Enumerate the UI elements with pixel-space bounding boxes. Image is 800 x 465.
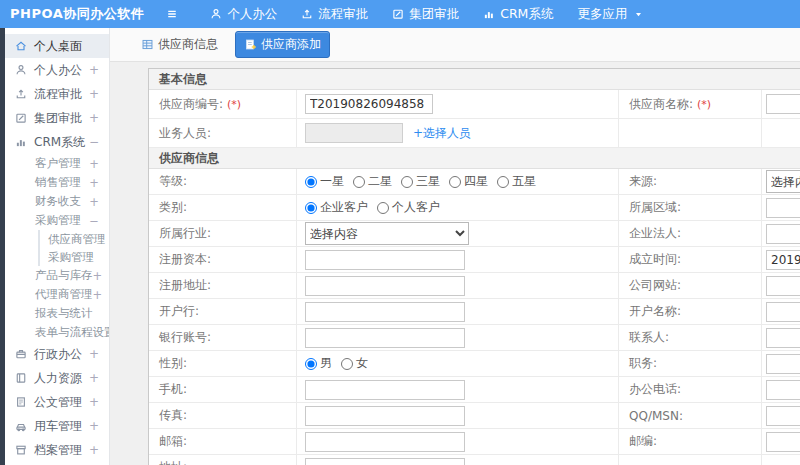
field-cell — [297, 273, 619, 298]
sales-person-picker-link[interactable]: +选择人员 — [413, 125, 471, 142]
sidebar-subitem-form-flow-setup[interactable]: 表单与流程设置+ — [5, 323, 109, 342]
top-nav-group-approval[interactable]: 集团审批 — [392, 6, 459, 23]
level-option[interactable]: 二星 — [353, 173, 392, 190]
level-option[interactable]: 四星 — [449, 173, 488, 190]
field-label: 等级: — [149, 169, 297, 194]
gender-radio[interactable] — [305, 358, 317, 370]
tab-supplier-add[interactable]: 供应商添加 — [235, 31, 330, 58]
registered-capital-input[interactable] — [305, 250, 465, 270]
category-option[interactable]: 企业客户 — [305, 199, 368, 216]
field-cell — [297, 377, 619, 402]
field-label: 所属区域: — [619, 195, 762, 220]
sidebar-subitem-supplier-mgmt[interactable]: 供应商管理 — [38, 230, 109, 248]
contact-input[interactable] — [766, 328, 800, 348]
expand-indicator: + — [89, 87, 99, 101]
top-nav-more-apps[interactable]: 更多应用 — [577, 6, 643, 23]
level-radio[interactable] — [305, 176, 317, 188]
top-nav-label: 个人办公 — [227, 6, 277, 23]
website-input[interactable] — [766, 276, 800, 296]
sidebar-subitem-sales-mgmt[interactable]: 销售管理+ — [5, 173, 109, 192]
field-label: 办公电话: — [619, 377, 762, 402]
registered-address-input[interactable] — [305, 276, 465, 296]
field-cell — [762, 403, 800, 428]
form-row: 传真:QQ/MSN: — [149, 403, 800, 429]
sidebar-subitem-finance[interactable]: 财务收支+ — [5, 192, 109, 211]
level-radio[interactable] — [353, 176, 365, 188]
sidebar-subitem-label: 代理商管理 — [35, 287, 93, 302]
sales-person-input[interactable] — [305, 123, 403, 143]
sidebar-subitem-reports[interactable]: 报表与统计 — [5, 304, 109, 323]
industry-select[interactable]: 选择内容 — [305, 222, 469, 245]
car-icon — [15, 420, 27, 432]
gender-radio[interactable] — [341, 358, 353, 370]
flow-icon — [301, 8, 313, 20]
top-nav-crm-system[interactable]: CRM系统 — [483, 6, 553, 23]
level-option[interactable]: 五星 — [497, 173, 536, 190]
supplier-name-input[interactable] — [766, 94, 800, 114]
form-section: 基本信息供应商编号:(*)供应商名称:(*)业务人员:+选择人员 — [149, 69, 800, 148]
table-icon — [141, 38, 154, 51]
field-cell: 企业客户个人客户 — [297, 195, 619, 220]
level-option[interactable]: 三星 — [401, 173, 440, 190]
level-radio[interactable] — [497, 176, 509, 188]
chart-icon — [483, 8, 495, 20]
field-label: 传真: — [149, 403, 297, 428]
sidebar-subitem-purchasing[interactable]: 采购管理 — [38, 248, 109, 266]
sidebar-item-admin-office[interactable]: 行政办公+ — [5, 342, 109, 366]
mobile-input[interactable] — [305, 380, 465, 400]
field-label: 开户名称: — [619, 299, 762, 324]
field-label: 注册资本: — [149, 247, 297, 272]
account-name-input[interactable] — [766, 302, 800, 322]
position-input[interactable] — [766, 354, 800, 374]
sidebar-item-hr[interactable]: 人力资源+ — [5, 366, 109, 390]
menu-toggle-icon[interactable] — [166, 8, 178, 20]
sidebar-subitem-product-stock[interactable]: 产品与库存+ — [5, 266, 109, 285]
top-nav-personal-office[interactable]: 个人办公 — [210, 6, 277, 23]
category-radio[interactable] — [305, 202, 317, 214]
sidebar-item-document-mgmt[interactable]: 公文管理+ — [5, 390, 109, 414]
supplier-code-input[interactable] — [305, 94, 433, 114]
gender-option[interactable]: 女 — [341, 355, 368, 372]
zip-code-input[interactable] — [766, 432, 800, 452]
field-label: 成立时间: — [619, 247, 762, 272]
fax-input[interactable] — [305, 406, 465, 426]
field-label: 联系人: — [619, 325, 762, 350]
bank-name-input[interactable] — [305, 302, 465, 322]
field-cell — [297, 429, 619, 454]
email-input[interactable] — [305, 432, 465, 452]
region-input[interactable] — [766, 198, 800, 218]
category-option[interactable]: 个人客户 — [377, 199, 440, 216]
sidebar-item-flow-approval[interactable]: 流程审批+ — [5, 82, 109, 106]
sidebar-item-crm-system[interactable]: CRM系统− — [5, 130, 109, 154]
top-nav-label: 流程审批 — [318, 6, 368, 23]
gender-option[interactable]: 男 — [305, 355, 332, 372]
sidebar-item-archive-mgmt[interactable]: 档案管理+ — [5, 438, 109, 462]
field-label — [619, 119, 762, 147]
level-radio[interactable] — [449, 176, 461, 188]
category-radio[interactable] — [377, 202, 389, 214]
legal-person-input[interactable] — [766, 224, 800, 244]
tab-label: 供应商信息 — [158, 36, 218, 53]
founded-date-input[interactable] — [766, 250, 800, 270]
field-cell — [762, 221, 800, 246]
bank-account-input[interactable] — [305, 328, 465, 348]
flow-icon — [15, 88, 27, 100]
office-phone-input[interactable] — [766, 380, 800, 400]
sidebar-item-label: 个人办公 — [34, 62, 82, 79]
sidebar-subitem-agent-mgmt[interactable]: 代理商管理+ — [5, 285, 109, 304]
field-cell — [297, 325, 619, 350]
top-nav-flow-approval[interactable]: 流程审批 — [301, 6, 368, 23]
tab-supplier-info[interactable]: 供应商信息 — [132, 31, 227, 58]
required-mark: (*) — [227, 98, 241, 111]
address-input[interactable] — [305, 458, 465, 465]
sidebar-subitem-customer-mgmt[interactable]: 客户管理+ — [5, 154, 109, 173]
sidebar-item-personal-office[interactable]: 个人办公+ — [5, 58, 109, 82]
sidebar-item-group-approval[interactable]: 集团审批+ — [5, 106, 109, 130]
level-radio[interactable] — [401, 176, 413, 188]
source-select[interactable]: 选择内容 — [766, 170, 800, 193]
sidebar-subitem-purchase-mgmt[interactable]: 采购管理− — [5, 211, 109, 230]
qq-msn-input[interactable] — [766, 406, 800, 426]
level-option[interactable]: 一星 — [305, 173, 344, 190]
sidebar-item-personal-desktop[interactable]: 个人桌面 — [5, 34, 109, 58]
sidebar-item-vehicle-mgmt[interactable]: 用车管理+ — [5, 414, 109, 438]
